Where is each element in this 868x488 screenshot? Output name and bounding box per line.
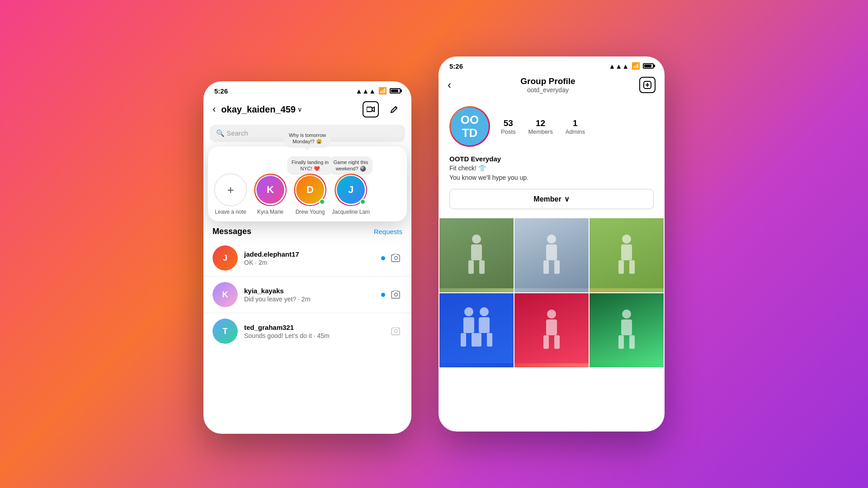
- divider-2: [203, 313, 411, 313]
- left-phone: 5:26 ▲▲▲ 📶 ‹ okay_kaiden_459 ∨: [203, 81, 411, 434]
- svg-point-3: [395, 330, 398, 333]
- stat-admins-label: Admins: [566, 128, 585, 135]
- online-indicator-jacqueline: [360, 199, 366, 205]
- svg-rect-14: [621, 244, 632, 260]
- bio-text: Fit check! 👕 You know we'll hype you up.: [449, 164, 654, 183]
- svg-rect-24: [487, 333, 492, 347]
- compose-button[interactable]: [386, 101, 402, 117]
- svg-rect-19: [461, 333, 466, 347]
- svg-rect-11: [543, 260, 549, 274]
- unread-dot-jaded: [381, 256, 385, 260]
- stat-posts: 53 Posts: [501, 118, 516, 135]
- msg-preview-kyia: Did you leave yet? · 2m: [244, 296, 375, 303]
- story-name-drew: Drew Young: [296, 209, 325, 215]
- story-item-leave-note[interactable]: + Leave a note: [212, 174, 249, 215]
- back-button[interactable]: ‹: [212, 103, 216, 115]
- story-ring-drew[interactable]: D: [294, 174, 326, 206]
- group-back-button[interactable]: ‹: [448, 79, 451, 91]
- photo-grid: [439, 218, 665, 367]
- note-bubble-kyra: Why is tomorrowMonday!? 😩: [284, 129, 330, 148]
- video-call-button[interactable]: [363, 101, 379, 117]
- add-note-button[interactable]: +: [214, 174, 247, 206]
- messages-title: Messages: [212, 227, 251, 236]
- requests-link[interactable]: Requests: [374, 228, 402, 235]
- dm-header-icons: [363, 101, 402, 117]
- status-bar-right: 5:26 ▲▲▲ 📶: [439, 56, 665, 73]
- svg-point-25: [547, 310, 556, 319]
- svg-point-21: [480, 307, 489, 316]
- status-icons-left: ▲▲▲ 📶: [355, 87, 401, 95]
- stats-row: 53 Posts 12 Members 1 Admins: [501, 118, 585, 135]
- status-bar-left: 5:26 ▲▲▲ 📶: [203, 81, 411, 98]
- signal-icon-right: ▲▲▲: [609, 62, 629, 70]
- svg-rect-26: [546, 319, 557, 335]
- story-ring-kyra[interactable]: K: [254, 174, 287, 206]
- photo-cell-5[interactable]: [514, 293, 589, 367]
- message-row-ted[interactable]: T ted_graham321 Sounds good! Let's do it…: [203, 314, 411, 348]
- msg-content-kyia: kyia_kayaks Did you leave yet? · 2m: [244, 287, 375, 303]
- unread-dot-kyia: [381, 293, 385, 297]
- svg-rect-30: [621, 319, 632, 335]
- camera-icon-jaded[interactable]: [390, 252, 402, 264]
- message-row-jaded[interactable]: J jaded.elephant17 OK · 2m: [203, 241, 411, 275]
- story-name-jacqueline: Jacqueline Lam: [332, 209, 370, 215]
- stat-posts-label: Posts: [501, 128, 516, 135]
- msg-username-ted: ted_graham321: [244, 324, 383, 331]
- svg-rect-27: [543, 335, 549, 349]
- add-member-button[interactable]: [639, 77, 656, 93]
- divider-1: [203, 276, 411, 277]
- svg-point-13: [622, 235, 631, 244]
- svg-rect-28: [554, 335, 560, 349]
- story-ring-jacqueline[interactable]: J: [335, 174, 367, 206]
- battery-icon-wrapper: [390, 87, 401, 95]
- stat-members-number: 12: [528, 118, 553, 128]
- svg-rect-8: [479, 260, 485, 274]
- wifi-icon: 📶: [378, 87, 387, 95]
- story-item-kyra[interactable]: Why is tomorrowMonday!? 😩 K Kyra Marie: [252, 174, 288, 215]
- avatar-kyia: K: [212, 282, 238, 307]
- signal-icon: ▲▲▲: [355, 87, 376, 95]
- right-phone: 5:26 ▲▲▲ 📶 ‹ Group Profile ootd_everyday…: [439, 56, 665, 432]
- svg-rect-7: [468, 260, 474, 274]
- group-title: Group Profile: [457, 76, 639, 86]
- avatar-ted: T: [212, 319, 238, 344]
- note-bubble-drew: Finally landing inNYC! ❤️: [287, 156, 333, 175]
- svg-point-1: [395, 257, 398, 260]
- camera-icon-ted[interactable]: [390, 325, 402, 338]
- chevron-down-icon: ∨: [297, 106, 302, 113]
- bio-line1: Fit check! 👕: [449, 164, 486, 172]
- story-item-jacqueline[interactable]: Game night thisweekend? 🎱 J Jacqueline L…: [332, 174, 370, 215]
- svg-rect-10: [546, 244, 557, 260]
- svg-rect-16: [629, 260, 635, 274]
- note-bubble-jacqueline: Game night thisweekend? 🎱: [329, 156, 373, 175]
- message-row-kyia[interactable]: K kyia_kayaks Did you leave yet? · 2m: [203, 277, 411, 312]
- svg-rect-31: [618, 335, 624, 349]
- stories-card: + Leave a note Why is tomorrowMonday!? 😩…: [208, 146, 407, 221]
- msg-content-jaded: jaded.elephant17 OK · 2m: [244, 250, 375, 266]
- stat-admins: 1 Admins: [566, 118, 585, 135]
- group-avatar[interactable]: OOTD: [449, 106, 490, 147]
- msg-username-jaded: jaded.elephant17: [244, 250, 375, 258]
- member-button[interactable]: Member ∨: [449, 189, 654, 209]
- messages-header: Messages Requests: [203, 224, 411, 241]
- svg-rect-32: [629, 335, 635, 349]
- svg-rect-0: [367, 107, 372, 112]
- camera-icon-kyia[interactable]: [390, 288, 402, 301]
- chevron-down-member: ∨: [564, 195, 570, 203]
- leave-note-label: Leave a note: [215, 209, 246, 215]
- msg-right-jaded: [381, 252, 402, 264]
- photo-cell-4[interactable]: [439, 293, 514, 367]
- member-button-label: Member: [533, 195, 561, 203]
- msg-username-kyia: kyia_kayaks: [244, 287, 375, 295]
- msg-right-kyia: [381, 288, 402, 301]
- group-title-area: Group Profile ootd_everyday: [457, 76, 639, 94]
- svg-rect-23: [476, 333, 481, 347]
- dm-title[interactable]: okay_kaiden_459 ∨: [221, 104, 357, 115]
- photo-cell-6[interactable]: [590, 293, 664, 367]
- svg-point-29: [622, 310, 631, 319]
- photo-cell-2[interactable]: [514, 218, 589, 292]
- story-item-drew[interactable]: Finally landing inNYC! ❤️ D Drew Young: [292, 174, 328, 215]
- photo-cell-1[interactable]: [439, 218, 514, 292]
- group-subtitle: ootd_everyday: [457, 86, 639, 94]
- photo-cell-3[interactable]: [590, 218, 664, 292]
